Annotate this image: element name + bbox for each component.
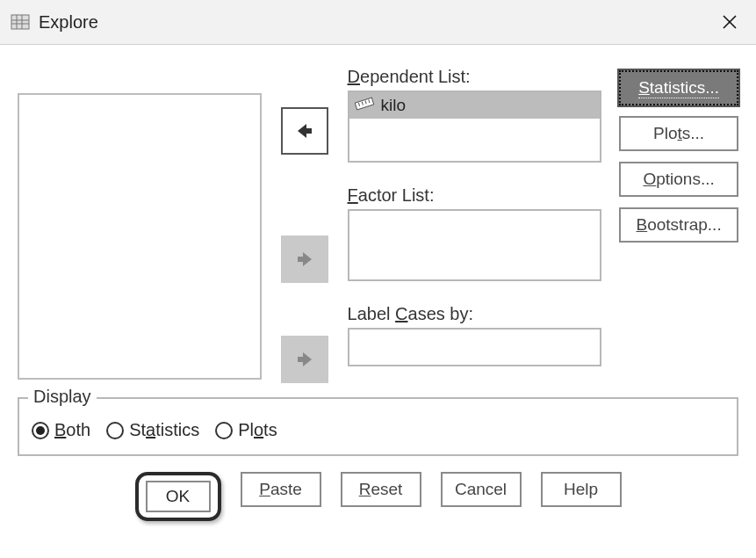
dialog-buttons-row: OK Paste Reset Cancel Help bbox=[18, 472, 738, 521]
svg-rect-7 bbox=[355, 98, 373, 110]
transfer-buttons-column bbox=[279, 67, 330, 383]
remove-from-dependent-button[interactable] bbox=[281, 107, 328, 155]
dependent-list-label: Dependent List: bbox=[348, 67, 602, 87]
display-radio-statistics[interactable]: Statistics bbox=[106, 420, 199, 440]
labelcases-label: Label Cases by: bbox=[348, 304, 602, 324]
target-lists-column: Dependent List: kilo bbox=[348, 67, 602, 370]
dialog-body: Dependent List: kilo bbox=[0, 45, 756, 530]
dependent-list[interactable]: kilo bbox=[348, 91, 602, 163]
list-item-label: kilo bbox=[381, 96, 407, 115]
cancel-button[interactable]: Cancel bbox=[441, 472, 522, 507]
scale-icon bbox=[355, 96, 374, 116]
arrow-right-icon bbox=[292, 249, 317, 270]
close-icon bbox=[722, 14, 738, 30]
move-to-factor-button[interactable] bbox=[281, 236, 328, 283]
move-to-labelcases-button[interactable] bbox=[281, 336, 328, 383]
arrow-right-icon bbox=[292, 349, 317, 370]
close-button[interactable] bbox=[714, 6, 745, 38]
display-radio-both[interactable]: Both bbox=[32, 420, 90, 440]
list-item[interactable]: kilo bbox=[349, 92, 601, 119]
labelcases-list[interactable] bbox=[348, 328, 602, 366]
bootstrap-button[interactable]: Bootstrap... bbox=[619, 207, 738, 243]
radio-icon bbox=[215, 422, 233, 439]
ok-highlight: OK bbox=[135, 472, 221, 521]
source-variables-list[interactable] bbox=[18, 93, 262, 380]
factor-list-label: Factor List: bbox=[348, 185, 602, 206]
app-icon bbox=[9, 11, 32, 33]
display-legend: Display bbox=[28, 387, 97, 407]
svg-rect-0 bbox=[11, 15, 29, 29]
reset-button[interactable]: Reset bbox=[341, 472, 421, 507]
factor-list[interactable] bbox=[348, 209, 602, 281]
window-title: Explore bbox=[39, 12, 98, 33]
statistics-button[interactable]: Statistics... bbox=[619, 70, 738, 105]
radio-icon bbox=[106, 422, 124, 439]
radio-icon bbox=[32, 422, 49, 439]
plots-button[interactable]: Plots... bbox=[619, 116, 738, 151]
display-group: Display Both Statistics Plots bbox=[18, 397, 738, 456]
paste-button[interactable]: Paste bbox=[241, 472, 321, 507]
options-button[interactable]: Options... bbox=[619, 162, 738, 197]
help-button[interactable]: Help bbox=[541, 472, 622, 507]
ok-button[interactable]: OK bbox=[146, 481, 211, 512]
side-buttons-column: Statistics... Plots... Options... Bootst… bbox=[619, 70, 738, 243]
titlebar: Explore bbox=[0, 0, 756, 45]
display-radio-plots[interactable]: Plots bbox=[215, 420, 277, 440]
arrow-left-icon bbox=[292, 120, 317, 141]
